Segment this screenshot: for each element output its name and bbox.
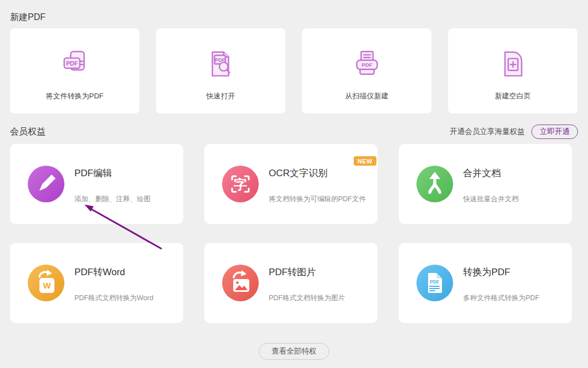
- convert-to-pdf-doc-icon: PDF: [416, 265, 453, 301]
- benefit-title: 合并文档: [463, 167, 519, 180]
- pdf-app-home: 新建PDF PDF 将文件转换为PDF PDF: [0, 0, 588, 368]
- benefit-title: 转换为PDF: [463, 266, 540, 279]
- benefit-card-pdf-to-word[interactable]: W PDF转Word PDF格式文档转换为Word: [10, 243, 183, 323]
- new-pdf-section-title: 新建PDF: [10, 11, 578, 23]
- card-label: 新建空白页: [495, 91, 531, 101]
- benefit-title: OCR文字识别: [269, 167, 366, 180]
- card-label: 将文件转换为PDF: [46, 91, 104, 101]
- benefit-title: PDF转图片: [269, 266, 345, 279]
- card-convert-file-to-pdf[interactable]: PDF 将文件转换为PDF: [10, 28, 139, 113]
- benefit-subtitle: PDF格式文档转换为图片: [269, 294, 345, 303]
- benefit-subtitle: 将文档转换为可编辑的PDF文件: [269, 195, 366, 204]
- benefit-subtitle: 快速批量合并文档: [463, 195, 519, 204]
- merge-documents-icon: [416, 166, 453, 202]
- new-badge: NEW: [354, 156, 376, 166]
- benefit-card-pdf-to-image[interactable]: PDF转图片 PDF格式文档转换为图片: [204, 243, 378, 323]
- benefit-subtitle: PDF格式文档转换为Word: [74, 294, 153, 303]
- membership-promo-text: 开通会员立享海量权益: [450, 127, 525, 137]
- scanner-new-icon: PDF: [350, 46, 384, 84]
- benefit-title: PDF编辑: [74, 167, 151, 180]
- card-label: 快速打开: [207, 91, 235, 101]
- ocr-scan-text-icon: 字: [222, 166, 259, 202]
- pdf-to-word-icon: W: [28, 265, 64, 301]
- benefit-subtitle: 添加、删除、注释、绘图: [74, 195, 151, 204]
- svg-text:PDF: PDF: [361, 62, 372, 68]
- card-quick-open[interactable]: PDF 快速打开: [156, 28, 285, 113]
- quick-open-pdf-icon: PDF: [204, 46, 238, 84]
- svg-text:PDF: PDF: [66, 60, 78, 67]
- blank-page-plus-icon: [496, 46, 530, 84]
- benefits-grid: PDF编辑 添加、删除、注释、绘图 字 NEW OCR文字识别: [10, 144, 578, 323]
- card-new-blank-page[interactable]: 新建空白页: [448, 28, 577, 113]
- benefit-card-pdf-edit[interactable]: PDF编辑 添加、删除、注释、绘图: [10, 144, 183, 224]
- benefit-subtitle: 多种文件格式转换为PDF: [463, 294, 540, 303]
- card-label: 从扫描仪新建: [345, 91, 389, 101]
- benefit-title: PDF转Word: [74, 266, 153, 279]
- pencil-edit-icon: [28, 166, 64, 202]
- card-new-from-scanner[interactable]: PDF 从扫描仪新建: [302, 28, 431, 113]
- svg-text:PDF: PDF: [430, 279, 439, 285]
- file-convert-to-pdf-icon: PDF: [58, 46, 92, 84]
- new-pdf-card-row: PDF 将文件转换为PDF PDF 快速打开: [10, 28, 578, 113]
- benefits-header: 会员权益 开通会员立享海量权益 立即开通: [10, 125, 578, 139]
- benefit-card-ocr[interactable]: 字 NEW OCR文字识别 将文档转换为可编辑的PDF文件: [204, 144, 378, 224]
- pdf-to-image-icon: [222, 265, 259, 301]
- svg-text:W: W: [43, 281, 51, 290]
- benefit-card-merge-documents[interactable]: 合并文档 快速批量合并文档: [399, 144, 572, 224]
- activate-membership-button[interactable]: 立即开通: [531, 125, 578, 139]
- view-all-privileges-button[interactable]: 查看全部特权: [259, 343, 329, 360]
- benefit-card-convert-to-pdf[interactable]: PDF 转换为PDF 多种文件格式转换为PDF: [399, 243, 572, 323]
- benefits-section-title: 会员权益: [10, 126, 46, 138]
- svg-text:字: 字: [234, 177, 247, 192]
